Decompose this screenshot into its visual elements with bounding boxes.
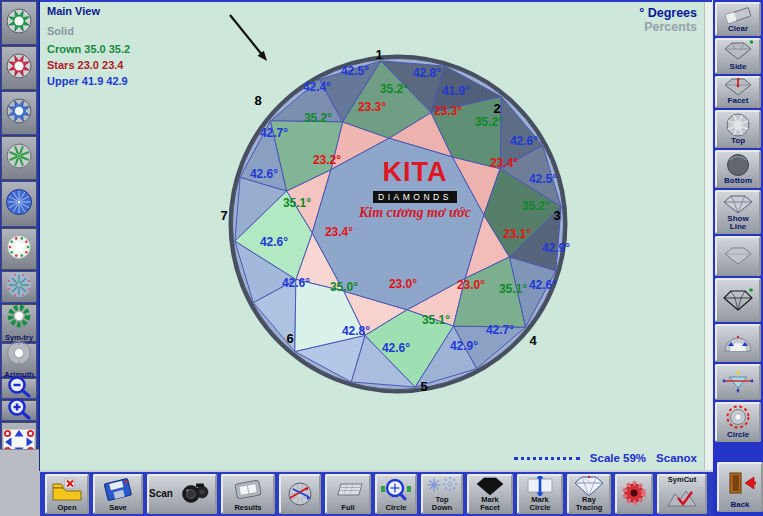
keyboard-icon	[331, 476, 365, 504]
facet-angle-label: 23.4°	[325, 225, 353, 239]
bottom-view-button[interactable]: Bottom	[715, 150, 761, 188]
top-down-button[interactable]: Top Down	[421, 474, 463, 514]
mark-facet-label: Mark Facet	[480, 496, 500, 512]
diamond-facet-icon	[721, 78, 755, 97]
facet-angle-label: 23.3°	[358, 100, 386, 114]
stat-upper: Upper 41.9 42.9	[47, 75, 130, 87]
facet-angle-label: 23.1°	[503, 227, 531, 241]
mark-facet-button[interactable]: Mark Facet	[467, 474, 513, 514]
star-view-blue-button[interactable]	[1, 181, 37, 227]
facet-angle-label: 35.1°	[283, 196, 311, 210]
save-disk-icon	[101, 476, 135, 504]
facet-angle-label: 23.0°	[457, 278, 485, 292]
settings-gear-button[interactable]	[615, 474, 653, 514]
solid-view-button[interactable]	[715, 236, 761, 276]
back-button[interactable]: Back	[717, 462, 763, 512]
facet-angle-label: 42.8°	[342, 324, 370, 338]
full-label: Full	[341, 504, 354, 513]
star-view-gray-button[interactable]	[1, 136, 37, 180]
units-selector: ° Degrees Percents	[639, 6, 697, 34]
open-button[interactable]: Open	[45, 474, 89, 514]
scale-status-bar: Scale 59% Scanox	[514, 452, 697, 464]
logo-title: KITA	[335, 159, 495, 186]
facet-angle-label: 23.0°	[389, 277, 417, 291]
facet-view-red-icon	[2, 53, 36, 83]
left-toolbar-filler	[0, 449, 40, 516]
facet-angle-label: 42.4°	[303, 80, 331, 94]
zoom-in-icon	[2, 396, 36, 426]
show-line-label: Show Line	[727, 215, 748, 232]
ray-tracing-label: Ray Tracing	[576, 496, 603, 512]
circle-tool-icon	[721, 404, 755, 431]
facet-button[interactable]: Facet	[715, 76, 761, 108]
left-toolbar: Sym-tryAzimuth	[0, 0, 40, 516]
eraser-icon	[721, 4, 755, 25]
facet-view-red-button[interactable]	[1, 46, 37, 90]
facet-view-blue-button[interactable]	[1, 91, 37, 135]
symmetry-button[interactable]: Sym-try	[1, 304, 37, 342]
symcut-label: SymCut	[668, 476, 696, 485]
girdle-vertex-number: 6	[286, 331, 293, 346]
scan-button[interactable]: Scan	[147, 474, 217, 514]
full-button[interactable]: Full	[325, 474, 371, 514]
results-button[interactable]: Results	[221, 474, 275, 514]
results-label: Results	[234, 504, 261, 513]
units-degrees-option[interactable]: ° Degrees	[639, 6, 697, 20]
logo-tagline: Kim cương mơ ước	[335, 205, 495, 221]
diagram-labels: 42.5°42.8°41.9°42.4°42.6°42.7°42.5°42.6°…	[40, 2, 705, 472]
azimuth-button[interactable]: Azimuth	[1, 343, 37, 377]
girdle-vertex-number: 4	[529, 333, 536, 348]
diamond-bottom-icon	[721, 152, 755, 177]
circle-zoom-icon	[379, 476, 413, 504]
circle-zoom-button[interactable]: Circle	[375, 474, 417, 514]
facet-label: Facet	[728, 97, 749, 106]
ray-tracing-button[interactable]: Ray Tracing	[567, 474, 611, 514]
symcut-button[interactable]: SymCut	[657, 474, 707, 514]
clear-button[interactable]: Clear	[715, 2, 761, 36]
stat-crown: Crown 35.0 35.2	[47, 43, 130, 55]
top-view-label: Top	[731, 137, 745, 146]
facet-angle-label: 42.6°	[250, 167, 278, 181]
dot-view-icon	[2, 234, 36, 264]
facet-angle-label: 42.6°	[260, 235, 288, 249]
stat-stars: Stars 23.0 23.4	[47, 59, 130, 71]
mark-circle-icon	[523, 476, 557, 496]
camera-icon	[175, 481, 215, 507]
wire-view-icon	[721, 280, 755, 320]
door-back-icon	[723, 464, 757, 501]
symmetry-icon	[2, 304, 36, 334]
measurement-stats: Crown 35.0 35.2Stars 23.0 23.4Upper 41.9…	[47, 43, 130, 87]
faint-view-icon	[2, 272, 36, 302]
side-view-button[interactable]: Side	[715, 38, 761, 74]
top-down-icon	[425, 476, 459, 496]
girdle-vertex-number: 3	[553, 208, 560, 223]
facet-angle-label: 35.1°	[499, 282, 527, 296]
facet-angle-label: 42.6°	[382, 341, 410, 355]
mark-facet-icon	[473, 476, 507, 496]
right-toolbar: ClearSideFacetTopBottomShow LineCircleBa…	[712, 0, 763, 516]
rotate-view-button[interactable]	[279, 474, 321, 514]
mark-circle-button[interactable]: Mark Circle	[517, 474, 563, 514]
dot-view-button[interactable]	[1, 228, 37, 270]
save-label: Save	[109, 504, 127, 513]
girdle-vertex-number: 5	[420, 379, 427, 394]
mark-circle-label: Mark Circle	[530, 496, 551, 512]
facet-angle-label: 35.2°	[380, 82, 408, 96]
wire-view-button[interactable]	[715, 278, 761, 322]
star-view-blue-icon	[2, 189, 36, 219]
axis-view-button[interactable]	[715, 364, 761, 400]
side-view-label: Side	[730, 63, 747, 72]
circle-button[interactable]: Circle	[715, 402, 761, 442]
facet-view-green-button[interactable]	[1, 1, 37, 45]
zoom-in-button[interactable]	[1, 400, 37, 421]
kita-logo: KITA DIAMONDS Kim cương mơ ước	[335, 159, 495, 221]
units-percents-option[interactable]: Percents	[639, 20, 697, 34]
solid-view-icon	[721, 238, 755, 274]
show-line-button[interactable]: Show Line	[715, 190, 761, 234]
top-down-label: Top Down	[432, 496, 452, 512]
top-view-button[interactable]: Top	[715, 110, 761, 148]
arc-measure-button[interactable]	[715, 324, 761, 362]
save-button[interactable]: Save	[93, 474, 143, 514]
facet-angle-label: 35.1°	[422, 313, 450, 327]
faint-view-button[interactable]	[1, 271, 37, 303]
